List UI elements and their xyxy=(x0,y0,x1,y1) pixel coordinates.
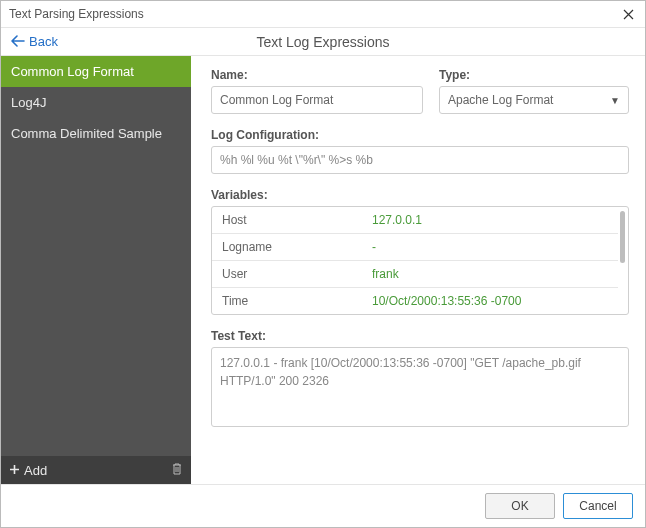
testtext-label: Test Text: xyxy=(211,329,629,343)
back-label: Back xyxy=(29,34,58,49)
variable-row: Logname - xyxy=(212,234,618,261)
scrollbar-thumb[interactable] xyxy=(620,211,625,263)
ok-button[interactable]: OK xyxy=(485,493,555,519)
variable-row: Host 127.0.0.1 xyxy=(212,207,618,234)
variables-table: Host 127.0.0.1 Logname - User frank Time… xyxy=(211,206,629,315)
subheader: Back Text Log Expressions xyxy=(1,28,645,56)
variable-value: - xyxy=(372,240,608,254)
variable-name: Host xyxy=(222,213,372,227)
main-panel: Name: Type: Apache Log Format ▼ Log Conf… xyxy=(191,56,645,484)
variable-name: Time xyxy=(222,294,372,308)
window-title: Text Parsing Expressions xyxy=(9,7,144,21)
back-button[interactable]: Back xyxy=(11,34,58,49)
variable-row: User frank xyxy=(212,261,618,288)
chevron-down-icon: ▼ xyxy=(610,95,620,106)
logconfig-value[interactable]: %h %l %u %t \"%r\" %>s %b xyxy=(211,146,629,174)
sidebar-item-common-log-format[interactable]: Common Log Format xyxy=(1,56,191,87)
body: Common Log Format Log4J Comma Delimited … xyxy=(1,56,645,484)
type-label: Type: xyxy=(439,68,629,82)
logconfig-label: Log Configuration: xyxy=(211,128,629,142)
close-icon[interactable] xyxy=(621,7,635,21)
add-button[interactable]: Add xyxy=(9,463,47,478)
name-label: Name: xyxy=(211,68,423,82)
sidebar-footer: Add xyxy=(1,456,191,484)
variable-row: Time 10/Oct/2000:13:55:36 -0700 xyxy=(212,288,618,314)
variable-value: frank xyxy=(372,267,608,281)
type-select[interactable]: Apache Log Format ▼ xyxy=(439,86,629,114)
variable-name: User xyxy=(222,267,372,281)
back-arrow-icon xyxy=(11,35,25,49)
sidebar-list: Common Log Format Log4J Comma Delimited … xyxy=(1,56,191,456)
sidebar-item-label: Common Log Format xyxy=(11,64,134,79)
cancel-button[interactable]: Cancel xyxy=(563,493,633,519)
add-label: Add xyxy=(24,463,47,478)
sidebar: Common Log Format Log4J Comma Delimited … xyxy=(1,56,191,484)
footer: OK Cancel xyxy=(1,484,645,527)
sidebar-item-label: Comma Delimited Sample xyxy=(11,126,162,141)
page-title: Text Log Expressions xyxy=(1,34,645,50)
variable-value: 127.0.0.1 xyxy=(372,213,608,227)
sidebar-item-log4j[interactable]: Log4J xyxy=(1,87,191,118)
variables-label: Variables: xyxy=(211,188,629,202)
testtext-input[interactable] xyxy=(211,347,629,427)
variable-name: Logname xyxy=(222,240,372,254)
type-value: Apache Log Format xyxy=(448,93,553,107)
titlebar: Text Parsing Expressions xyxy=(1,1,645,28)
sidebar-item-label: Log4J xyxy=(11,95,46,110)
sidebar-item-comma-delimited[interactable]: Comma Delimited Sample xyxy=(1,118,191,149)
variable-value: 10/Oct/2000:13:55:36 -0700 xyxy=(372,294,608,308)
plus-icon xyxy=(9,463,20,478)
trash-icon[interactable] xyxy=(171,462,183,478)
name-input[interactable] xyxy=(211,86,423,114)
